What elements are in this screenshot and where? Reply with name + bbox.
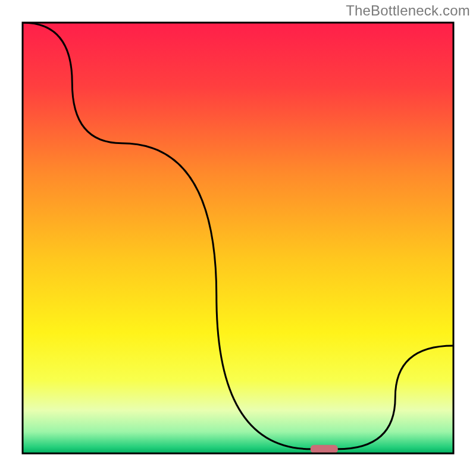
bottleneck-curve-chart [0,0,476,476]
gradient-background [23,23,453,453]
minimum-marker [311,445,338,453]
chart-container: TheBottleneck.com [0,0,476,476]
